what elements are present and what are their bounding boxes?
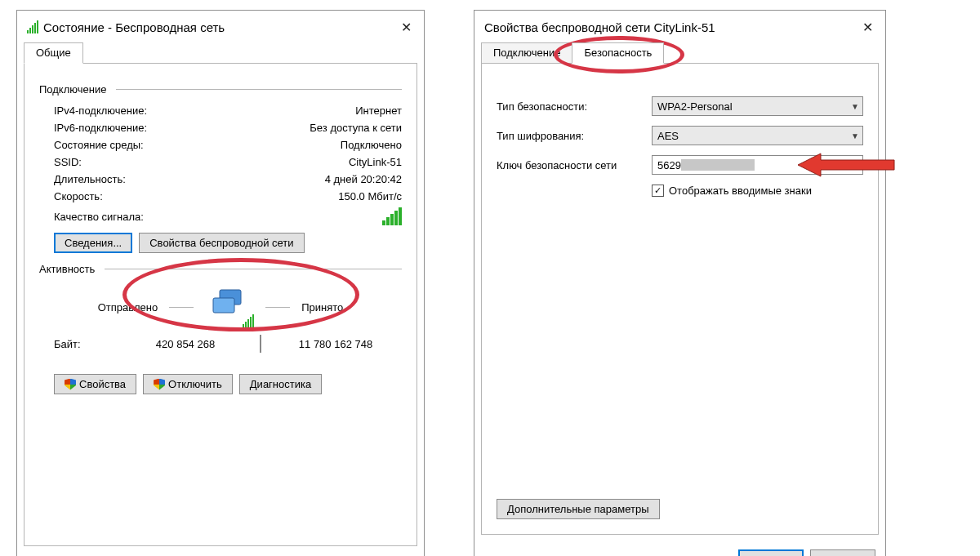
window-title: Свойства беспроводной сети CityLink-51 — [484, 20, 858, 34]
media-state-value: Подключено — [341, 139, 402, 151]
ipv4-value: Интернет — [355, 105, 402, 117]
wifi-status-dialog: Состояние - Беспроводная сеть ✕ Общие По… — [16, 10, 425, 556]
cancel-button[interactable]: Отмена — [810, 549, 875, 556]
group-activity-title: Активность — [39, 263, 95, 275]
group-connection-title: Подключение — [39, 83, 106, 96]
properties-button[interactable]: Свойства — [54, 374, 136, 394]
ssid-value: CityLink-51 — [349, 156, 402, 168]
show-characters-label: Отображать вводимые знаки — [669, 185, 812, 197]
bytes-label: Байт: — [54, 338, 119, 350]
signal-bars-icon — [382, 207, 402, 225]
security-key-value: 5629 — [657, 159, 681, 171]
ipv6-value: Без доступа к сети — [310, 122, 402, 134]
security-type-select[interactable]: WPA2-Personal ▼ — [652, 96, 863, 116]
diagnostics-button[interactable]: Диагностика — [239, 374, 322, 394]
wireless-properties-button[interactable]: Свойства беспроводной сети — [139, 233, 304, 253]
ipv6-label: IPv6-подключение: — [54, 122, 310, 134]
ssid-label: SSID: — [54, 156, 349, 168]
advanced-settings-button[interactable]: Дополнительные параметры — [497, 499, 660, 519]
signal-icon — [27, 20, 38, 33]
speed-value: 150.0 Мбит/с — [338, 190, 402, 202]
tab-page-security: Тип безопасности: WPA2-Personal ▼ Тип ши… — [481, 63, 879, 535]
chevron-down-icon: ▼ — [851, 102, 859, 111]
encryption-type-select[interactable]: AES ▼ — [652, 126, 863, 145]
show-characters-checkbox[interactable]: ✓ — [652, 185, 664, 197]
close-icon[interactable]: ✕ — [858, 17, 877, 37]
shield-icon — [154, 379, 165, 390]
tab-page-general: Подключение IPv4-подключение:Интернет IP… — [24, 63, 417, 546]
group-connection: Подключение — [39, 83, 402, 96]
disable-button[interactable]: Отключить — [143, 374, 233, 394]
duration-value: 4 дней 20:20:42 — [325, 173, 402, 185]
activity-sent-label: Отправлено — [98, 301, 158, 314]
shield-icon — [65, 379, 76, 390]
chevron-down-icon: ▼ — [851, 131, 859, 140]
activity-recv-label: Принято — [301, 301, 343, 314]
tabstrip: Общие — [17, 42, 424, 64]
network-activity-icon — [205, 287, 254, 327]
security-type-value: WPA2-Personal — [657, 100, 733, 113]
bytes-received-value: 11 780 162 748 — [270, 338, 402, 350]
titlebar: Свойства беспроводной сети CityLink-51 ✕ — [474, 11, 885, 42]
duration-label: Длительность: — [54, 173, 325, 185]
svg-rect-1 — [213, 298, 234, 313]
tab-general[interactable]: Общие — [24, 42, 83, 64]
group-activity: Активность — [39, 263, 402, 275]
wireless-network-properties-dialog: Свойства беспроводной сети CityLink-51 ✕… — [474, 10, 886, 556]
security-key-input[interactable]: 5629 — [652, 155, 863, 175]
tab-connection[interactable]: Подключение — [481, 42, 572, 64]
tab-security[interactable]: Безопасность — [572, 42, 664, 64]
security-key-label: Ключ безопасности сети — [497, 159, 652, 171]
encryption-type-value: AES — [657, 130, 679, 142]
media-state-label: Состояние среды: — [54, 139, 341, 151]
signal-quality-label: Качество сигнала: — [54, 211, 382, 223]
security-type-label: Тип безопасности: — [497, 100, 652, 113]
details-button[interactable]: Сведения... — [54, 233, 132, 253]
speed-label: Скорость: — [54, 190, 338, 202]
security-key-masked — [681, 159, 755, 171]
close-icon[interactable]: ✕ — [396, 17, 416, 37]
window-title: Состояние - Беспроводная сеть — [43, 20, 396, 34]
tabstrip: Подключение Безопасность — [474, 42, 885, 64]
titlebar: Состояние - Беспроводная сеть ✕ — [17, 11, 424, 42]
encryption-type-label: Тип шифрования: — [497, 130, 652, 142]
ok-button[interactable]: ОК — [738, 549, 804, 556]
ipv4-label: IPv4-подключение: — [54, 105, 355, 117]
activity-row: Отправлено Принято — [39, 282, 402, 332]
bytes-sent-value: 420 854 268 — [119, 338, 252, 350]
